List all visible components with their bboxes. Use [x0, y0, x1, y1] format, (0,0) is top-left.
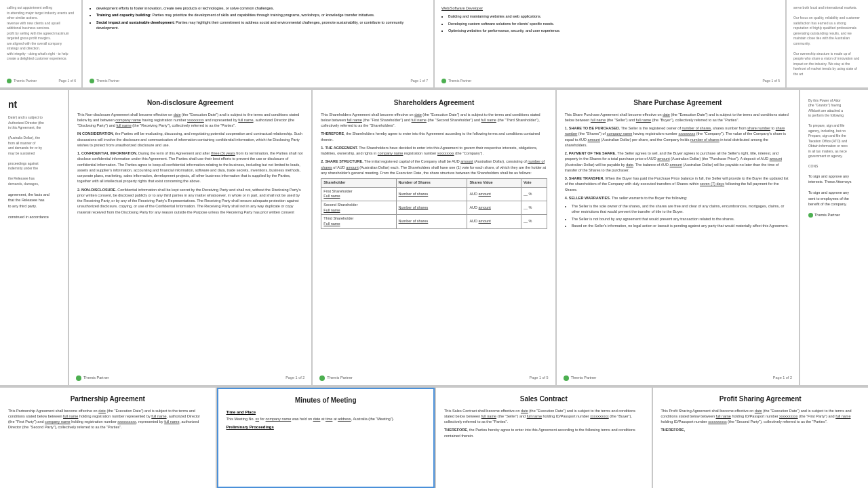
spe-section4: 4. SELLER WARRANTIES. The seller warrant…: [565, 195, 791, 201]
shareholders-brand: Themis Partner: [319, 375, 353, 381]
bullet-item: Optimising websites for performance, sec…: [448, 28, 778, 33]
nda-section2: 2. NON-DISCLOSURE. Confidential informat…: [77, 187, 303, 215]
brand-bottom-left: Themis Partner: [7, 79, 37, 83]
nda-title: Non-disclosure Agreement: [77, 98, 303, 108]
spe-section3: 3. SHARE TRANSFER. When the Buyer has pa…: [565, 176, 791, 192]
table-cell-shareholder: Third ShareholderFull name: [321, 215, 396, 228]
minutes-title: Minutes of Meeting: [226, 396, 426, 405]
spe-section1: 1. SHARE TO BE PURCHASED. The Seller is …: [565, 125, 791, 148]
minutes-section1-header: Time and Place: [226, 409, 426, 415]
brand-label: Themis Partner: [83, 375, 109, 381]
shareholders-section1: 1. THE AGREEMENT. The Shareholders have …: [321, 145, 547, 157]
top-card-center-left[interactable]: development efforts to foster innovation…: [83, 0, 433, 87]
table-cell-vote: __ %: [521, 201, 547, 215]
brand-bottom: Themis Partner: [441, 79, 471, 83]
brand-logo: [319, 375, 325, 381]
table-cell-vote: __ %: [521, 187, 547, 201]
card-header: Web/Software Developer: [441, 5, 778, 11]
spe-section2: 2. PAYMENT OF THE SHARE. The Seller agre…: [565, 150, 791, 173]
brand-label: Themis Partner: [327, 375, 353, 381]
bullet-item: Building and maintaining websites and we…: [448, 14, 778, 19]
table-cell-shareholder: First ShareholderFull name: [321, 187, 396, 201]
top-row: calling out appointment selling to atten…: [0, 0, 868, 87]
spe-bullets: The Seller is the sole owner of the shar…: [565, 203, 791, 228]
partnership-body: This Partnership Agreement shall become …: [8, 408, 208, 430]
profit-body: This Profit Sharing Agreement shall beco…: [661, 408, 861, 425]
bullet-item: The Seller is not bound by any agreement…: [572, 216, 791, 222]
table-cell-vote: __ %: [521, 215, 547, 228]
bullet-list: development efforts to foster innovation…: [90, 5, 427, 30]
table-header-value: Shares Value: [467, 179, 521, 188]
partnership-title: Partnership Agreement: [8, 394, 208, 404]
brand-bottom: Themis Partner: [90, 79, 119, 83]
page-number: Page 1 of 7: [410, 79, 428, 83]
profit-therefore: THEREFORE,: [661, 427, 861, 432]
brand-logo: [76, 375, 81, 381]
partial-title: nt: [8, 98, 60, 112]
mid-card-nda[interactable]: Non-disclosure Agreement This Non-disclo…: [69, 90, 311, 385]
table-header-shareholder: Shareholder: [321, 179, 396, 188]
shareholders-section2: 2. SHARE STRUCTURE. The initial register…: [321, 159, 547, 176]
bullet-item: Training and capacity building: Parties …: [96, 12, 427, 18]
mid-card-shareholders[interactable]: Shareholders Agreement This Shareholders…: [313, 90, 555, 385]
bullet-item: The Seller is the sole owner of the shar…: [572, 203, 791, 215]
minutes-section1-text: This Meeting No. xx for company name was…: [226, 416, 426, 422]
brand-label: Themis Partner: [96, 79, 119, 83]
brand-label: Themis Partner: [448, 79, 471, 83]
nda-consideration: IN CONSIDERATION, the Parties will be ev…: [77, 131, 303, 148]
bot-card-profit[interactable]: Profit Sharing Agreement This Profit Sha…: [653, 388, 869, 488]
shareholders-table: Shareholder Number of Shares Shares Valu…: [321, 178, 547, 229]
bot-card-minutes[interactable]: Minutes of Meeting Time and Place This M…: [217, 388, 435, 488]
bottom-text: agreement, the facts and that the Releas…: [8, 192, 60, 220]
table-cell-shares: Number of shares: [396, 201, 467, 215]
spe-brand: Themis Partner: [564, 375, 597, 381]
nda-intro: This Non-disclosure Agreement shall beco…: [77, 112, 303, 129]
table-row: Third ShareholderFull name Number of sha…: [321, 215, 547, 228]
nda-brand: Themis Partner: [76, 375, 109, 381]
bullet-item: Based on the Seller's information, no le…: [572, 223, 791, 228]
shareholders-title: Shareholders Agreement: [321, 98, 547, 108]
profit-title: Profit Sharing Agreement: [661, 394, 861, 404]
bullet-item: Developing custom software solutions for…: [448, 21, 778, 26]
page-number: Page 1 of 5: [762, 79, 780, 83]
nda-page: Page 1 of 2: [285, 375, 304, 381]
page-container: calling out appointment selling to atten…: [0, 0, 868, 488]
mid-card-edge-left[interactable]: nt Date') and is subject to Authorized D…: [0, 90, 68, 385]
middle-row: nt Date') and is subject to Authorized D…: [0, 90, 868, 385]
bottom-row: Partnership Agreement This Partnership A…: [0, 388, 868, 488]
table-cell-value: AUD amount: [467, 201, 521, 215]
sales-therefore: THEREFORE, the Parties hereby agree to e…: [444, 427, 644, 439]
nda-section1: 1. CONFIDENTIAL INFORMATION. During the …: [77, 150, 303, 184]
top-card-edge-right[interactable]: serve both local and international marke…: [787, 0, 868, 87]
spe-page: Page 1 of 2: [773, 375, 792, 381]
right-edge-bottom: To sign and approve any interests. These…: [808, 174, 860, 218]
bullet-item: Social impact and sustainable developmen…: [96, 20, 427, 31]
brand-logo: [564, 375, 569, 381]
minutes-section2-header: Preliminary Proceedings: [226, 424, 426, 430]
table-cell-value: AUD amount: [467, 215, 521, 228]
page-number: Page 1 of 6: [58, 79, 76, 83]
sales-body: This Sales Contract shall become effecti…: [444, 408, 644, 425]
table-cell-shares: Number of shares: [396, 215, 467, 228]
top-card-center-right[interactable]: Web/Software Developer Building and main…: [435, 0, 785, 87]
table-row: Second ShareholderFull name Number of sh…: [321, 201, 547, 215]
table-header-vote: Vote: [521, 179, 547, 188]
bot-card-partnership[interactable]: Partnership Agreement This Partnership A…: [0, 388, 216, 488]
shareholders-intro: This Shareholders Agreement shall become…: [321, 112, 547, 129]
share-purchase-intro: This Share Purchase Agreement shall beco…: [565, 112, 791, 123]
bullet-item: development efforts to foster innovation…: [96, 5, 427, 11]
table-cell-shareholder: Second ShareholderFull name: [321, 201, 396, 215]
mid-card-edge-right[interactable]: By this Power of Attor (the "Grantor") h…: [800, 90, 868, 385]
brand-logo: [441, 79, 446, 83]
table-cell-value: AUD amount: [467, 187, 521, 201]
shareholders-therefore: THEREFORE, the Shareholders hereby agree…: [321, 131, 547, 142]
table-cell-shares: Number of shares: [396, 187, 467, 201]
brand-logo: [7, 79, 12, 83]
brand-label: Themis Partner: [14, 79, 37, 83]
mid-card-share-purchase[interactable]: Share Purchase Agreement This Share Purc…: [557, 90, 799, 385]
table-header-shares: Number of Shares: [396, 179, 467, 188]
top-card-edge-left[interactable]: calling out appointment selling to atten…: [0, 0, 81, 87]
shareholders-page: Page 1 of 5: [530, 375, 549, 381]
bot-card-sales[interactable]: Sales Contract This Sales Contract shall…: [436, 388, 652, 488]
brand-label: Themis Partner: [571, 375, 597, 381]
